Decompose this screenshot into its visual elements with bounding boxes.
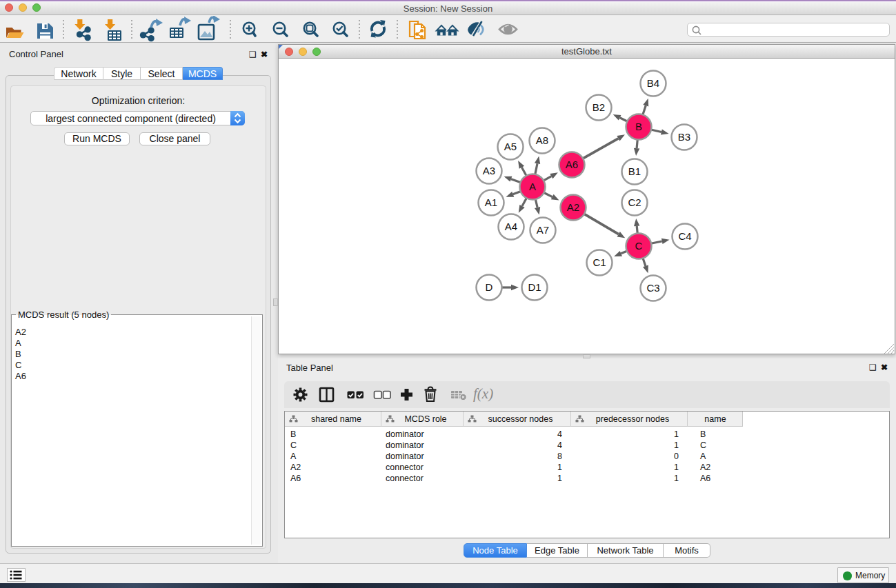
svg-text:C1: C1 (593, 256, 606, 268)
svg-text:B: B (635, 121, 642, 132)
svg-text:A: A (529, 181, 536, 192)
svg-text:C3: C3 (646, 282, 659, 294)
svg-text:A8: A8 (536, 134, 548, 146)
svg-text:D: D (486, 281, 493, 293)
svg-text:B3: B3 (678, 131, 690, 143)
svg-text:C: C (635, 240, 643, 252)
svg-text:A7: A7 (537, 224, 549, 236)
svg-text:A3: A3 (483, 165, 495, 176)
svg-text:B2: B2 (593, 101, 605, 113)
svg-text:A1: A1 (485, 196, 497, 208)
svg-text:A5: A5 (504, 141, 517, 152)
svg-text:C2: C2 (628, 196, 641, 208)
svg-text:B4: B4 (647, 77, 659, 89)
svg-text:D1: D1 (528, 281, 541, 293)
svg-text:B1: B1 (628, 165, 641, 177)
svg-text:A4: A4 (505, 221, 517, 232)
svg-text:A6: A6 (566, 159, 578, 170)
svg-text:A2: A2 (567, 201, 579, 213)
svg-text:C4: C4 (678, 230, 691, 242)
